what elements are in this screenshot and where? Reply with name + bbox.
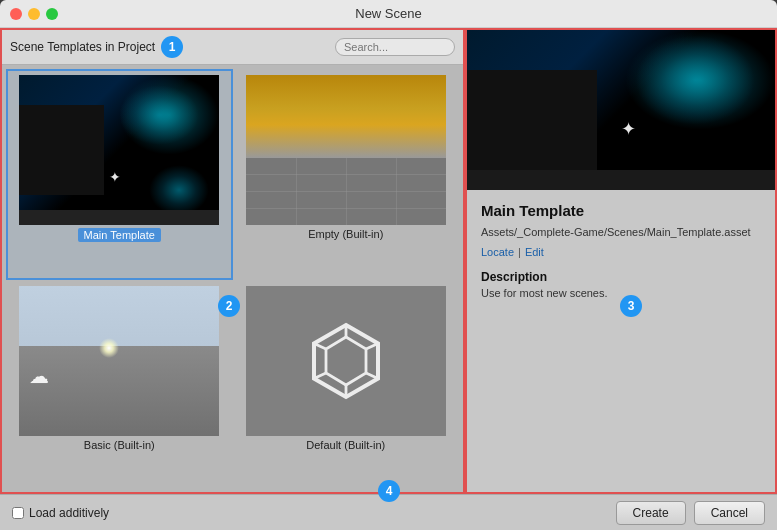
- light-flare: [99, 338, 119, 358]
- unity-logo-icon: [306, 321, 386, 401]
- panel-title: Scene Templates in Project: [10, 40, 155, 54]
- minimize-button[interactable]: [28, 8, 40, 20]
- badge-3-container: 3: [620, 295, 642, 317]
- detail-area: Main Template Assets/_Complete-Game/Scen…: [467, 190, 775, 492]
- badge-4: 4: [378, 480, 400, 502]
- dark-block: [19, 105, 104, 195]
- template-thumb-unity: [246, 286, 446, 436]
- cloud-icon: ☁: [29, 364, 49, 388]
- ground-strip: [19, 210, 219, 225]
- horizon-sky: [246, 75, 446, 158]
- ship-icon: ✦: [109, 169, 121, 185]
- preview-nebula-2: [625, 30, 775, 130]
- template-item-unity[interactable]: Default (Built-in): [233, 280, 460, 489]
- svg-marker-1: [326, 337, 366, 385]
- bottom-buttons: Create Cancel: [616, 501, 765, 525]
- template-item-scene3[interactable]: ☁ Basic (Built-in): [6, 280, 233, 489]
- maximize-button[interactable]: [46, 8, 58, 20]
- template-label-empty: Empty (Built-in): [308, 228, 383, 240]
- badge-3: 3: [620, 295, 642, 317]
- grid-line-v3: [396, 158, 397, 226]
- badge-1: 1: [161, 36, 183, 58]
- template-label-scene3: Basic (Built-in): [84, 439, 155, 451]
- nebula-3: [149, 165, 209, 215]
- link-separator: |: [518, 246, 521, 258]
- grid-line-v2: [346, 158, 347, 226]
- preview-image: ✦: [467, 30, 775, 190]
- template-grid: ✦ Main Template: [2, 65, 463, 492]
- template-item-main[interactable]: ✦ Main Template: [6, 69, 233, 280]
- template-thumb-main: ✦: [19, 75, 219, 225]
- create-button[interactable]: Create: [616, 501, 686, 525]
- close-button[interactable]: [10, 8, 22, 20]
- window-controls: [10, 8, 58, 20]
- detail-links: Locate | Edit: [481, 246, 761, 258]
- grid-line-v1: [296, 158, 297, 226]
- description-label: Description: [481, 270, 761, 284]
- badge-4-container: 4: [378, 480, 400, 502]
- detail-title: Main Template: [481, 202, 761, 219]
- template-item-empty[interactable]: Empty (Built-in): [233, 69, 460, 280]
- cancel-button[interactable]: Cancel: [694, 501, 765, 525]
- main-window: Scene Templates in Project 1 ✦: [0, 28, 777, 530]
- preview-ship-icon: ✦: [621, 118, 636, 140]
- title-bar: New Scene: [0, 0, 777, 28]
- badge-2-container: 2: [218, 295, 240, 317]
- locate-link[interactable]: Locate: [481, 246, 514, 258]
- header-left: Scene Templates in Project 1: [10, 36, 183, 58]
- preview-dark-block: [467, 70, 597, 180]
- left-panel: Scene Templates in Project 1 ✦: [0, 28, 465, 494]
- detail-path: Assets/_Complete-Game/Scenes/Main_Templa…: [481, 225, 761, 240]
- nebula-2: [119, 75, 219, 155]
- load-additively-label[interactable]: Load additively: [12, 506, 109, 520]
- scene3-sky: [19, 286, 219, 346]
- badge-2: 2: [218, 295, 240, 317]
- edit-link[interactable]: Edit: [525, 246, 544, 258]
- left-panel-header: Scene Templates in Project 1: [2, 30, 463, 65]
- template-label-unity: Default (Built-in): [306, 439, 385, 451]
- load-additively-text: Load additively: [29, 506, 109, 520]
- template-label-main: Main Template: [78, 228, 161, 242]
- template-thumb-empty: [246, 75, 446, 225]
- scene3-ground: [19, 346, 219, 436]
- content-area: Scene Templates in Project 1 ✦: [0, 28, 777, 494]
- load-additively-checkbox[interactable]: [12, 507, 24, 519]
- grid-lines: [246, 158, 446, 226]
- preview-ground: [467, 170, 775, 190]
- search-input[interactable]: [335, 38, 455, 56]
- window-title: New Scene: [355, 6, 421, 21]
- right-panel: ✦ Main Template Assets/_Complete-Game/Sc…: [465, 28, 777, 494]
- template-thumb-scene3: ☁: [19, 286, 219, 436]
